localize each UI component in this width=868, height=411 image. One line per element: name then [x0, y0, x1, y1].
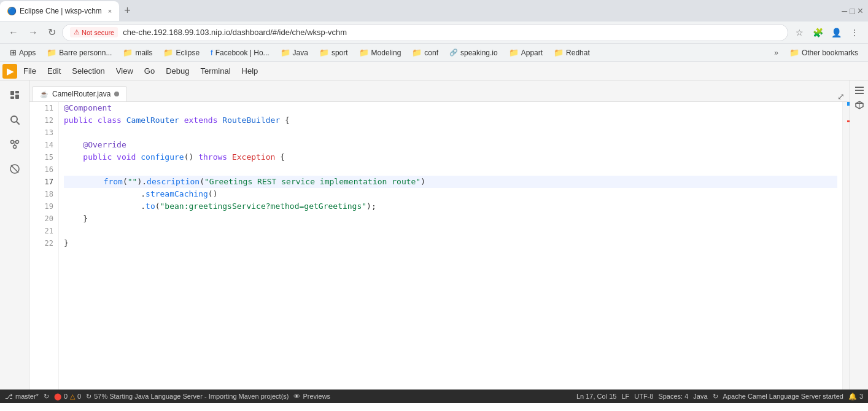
- warning-icon: ⚠: [74, 28, 80, 36]
- right-panel-list-icon[interactable]: [852, 83, 867, 98]
- bookmark-modeling-label: Modeling: [371, 49, 401, 57]
- facebook-icon: f: [211, 48, 213, 57]
- charset-label: UTF-8: [634, 393, 653, 400]
- editor-tab-camelrouter[interactable]: ☕ CamelRouter.java: [32, 86, 127, 101]
- minimap-scrollbar[interactable]: [842, 102, 850, 389]
- bookmark-redhat-label: Redhat: [566, 49, 590, 57]
- bookmark-mails-label: mails: [135, 49, 152, 57]
- git-branch[interactable]: ⎇ master*: [5, 393, 39, 401]
- code-editor[interactable]: @Component public class CamelRouter exte…: [59, 102, 842, 389]
- preview-label: Previews: [303, 393, 330, 400]
- line-col-indicator[interactable]: Ln 17, Col 15: [576, 393, 616, 400]
- bookmark-facebook[interactable]: f Facebook | Ho...: [206, 46, 274, 59]
- status-left: ⎇ master* ↻ ⬤ 0 △ 0 ↻ 57% Starting Java …: [5, 393, 569, 401]
- bookmark-speaking-label: speaking.io: [460, 49, 498, 57]
- menu-edit[interactable]: Edit: [42, 65, 66, 77]
- error-count[interactable]: ⬤ 0 △ 0: [54, 393, 81, 401]
- code-line-13: [64, 127, 837, 139]
- apps-grid-icon: ⊞: [10, 48, 17, 57]
- other-bookmarks-label: Other bookmarks: [802, 49, 858, 57]
- nav-icons: ☆ 🧩 👤 ⋮: [791, 24, 863, 41]
- menu-terminal[interactable]: Terminal: [195, 65, 235, 77]
- bookmark-conf-label: conf: [424, 49, 438, 57]
- status-bar: ⎇ master* ↻ ⬤ 0 △ 0 ↻ 57% Starting Java …: [0, 389, 868, 403]
- close-window-button[interactable]: ×: [858, 6, 863, 17]
- bookmark-barre[interactable]: 📁 Barre personn...: [42, 46, 117, 59]
- new-tab-button[interactable]: +: [119, 4, 136, 17]
- bookmark-appart[interactable]: 📁 Appart: [504, 46, 548, 59]
- security-label: Not secure: [82, 29, 114, 36]
- menu-file[interactable]: File: [18, 65, 41, 77]
- explorer-icon[interactable]: [5, 85, 25, 105]
- menu-debug[interactable]: Debug: [161, 65, 194, 77]
- folder-icon: 📁: [281, 48, 290, 57]
- bookmark-modeling[interactable]: 📁 Modeling: [354, 46, 406, 59]
- other-bookmarks[interactable]: 📁 Other bookmarks: [785, 46, 863, 59]
- code-line-17: from("").description("Greetings REST ser…: [64, 176, 837, 188]
- svg-point-6: [10, 141, 14, 144]
- bookmark-sport[interactable]: 📁 sport: [314, 46, 353, 59]
- ide-run-indicator[interactable]: ▶: [2, 64, 17, 79]
- svg-rect-14: [855, 90, 864, 91]
- folder-icon: 📁: [319, 48, 329, 57]
- profile-button[interactable]: 👤: [827, 24, 845, 41]
- extension-button[interactable]: 🧩: [809, 24, 826, 41]
- code-line-21: [64, 225, 837, 237]
- minimize-button[interactable]: –: [842, 6, 847, 17]
- menu-selection[interactable]: Selection: [67, 65, 109, 77]
- git-branch-label: master*: [15, 393, 39, 400]
- bookmark-apps[interactable]: ⊞ Apps: [5, 46, 41, 59]
- back-button[interactable]: ←: [5, 25, 22, 41]
- git-icon[interactable]: [5, 135, 25, 154]
- bookmark-sport-label: sport: [331, 49, 348, 57]
- right-panel-cube-icon[interactable]: [852, 98, 867, 112]
- warning-icon: △: [70, 393, 75, 401]
- refresh-button[interactable]: ↻: [44, 24, 60, 41]
- previews-status[interactable]: 👁 Previews: [293, 393, 330, 400]
- address-text: che-che.192.168.99.103.nip.io/dashboard/…: [123, 28, 347, 37]
- bookmark-conf[interactable]: 📁 conf: [407, 46, 443, 59]
- tab-filename: CamelRouter.java: [52, 90, 110, 98]
- bookmark-java[interactable]: 📁 Java: [276, 46, 313, 59]
- bookmark-eclipse[interactable]: 📁 Eclipse: [158, 46, 204, 59]
- notification-count[interactable]: 🔔 3: [848, 393, 863, 401]
- line-ending[interactable]: LF: [621, 393, 629, 400]
- charset-indicator[interactable]: UTF-8: [634, 393, 653, 400]
- navigation-bar: ← → ↻ ⚠ Not secure che-che.192.168.99.10…: [0, 22, 868, 44]
- svg-rect-15: [855, 93, 864, 94]
- folder-icon: 📁: [47, 48, 56, 57]
- security-badge: ⚠ Not secure: [70, 27, 118, 37]
- error-icon: ⬤: [54, 393, 61, 401]
- menu-go[interactable]: Go: [139, 65, 160, 77]
- bookmark-speaking[interactable]: 🔗 speaking.io: [444, 47, 503, 59]
- svg-point-8: [13, 146, 16, 149]
- menu-button[interactable]: ⋮: [846, 24, 863, 41]
- server-status: Apache Camel Language Server started: [723, 393, 843, 400]
- bookmark-redhat[interactable]: 📁 Redhat: [549, 46, 595, 59]
- editor-expand-button[interactable]: ⤢: [837, 92, 845, 101]
- language-indicator[interactable]: Java: [693, 393, 707, 400]
- search-icon[interactable]: [5, 110, 25, 130]
- no-plugin-icon[interactable]: [5, 159, 25, 179]
- svg-rect-1: [15, 91, 19, 93]
- tab-close-button[interactable]: ×: [108, 7, 112, 15]
- menu-view[interactable]: View: [111, 65, 138, 77]
- address-bar[interactable]: ⚠ Not secure che-che.192.168.99.103.nip.…: [62, 24, 788, 41]
- ide-main: ☕ CamelRouter.java ⤢ 11 12 13 14 15 16: [0, 80, 868, 389]
- sync-status[interactable]: ↻: [44, 393, 49, 401]
- line-ending-label: LF: [621, 393, 629, 400]
- spaces-indicator[interactable]: Spaces: 4: [658, 393, 688, 400]
- forward-button[interactable]: →: [25, 25, 42, 41]
- code-line-12: public class CamelRouter extends RouteBu…: [64, 114, 837, 127]
- bookmark-mails[interactable]: 📁 mails: [118, 46, 157, 59]
- bookmark-facebook-label: Facebook | Ho...: [215, 49, 269, 57]
- menu-help[interactable]: Help: [237, 65, 263, 77]
- active-tab[interactable]: 🔵 Eclipse Che | wksp-vchm ×: [0, 1, 119, 21]
- scroll-marker-red: [847, 120, 850, 122]
- folder-icon: 📁: [359, 48, 369, 57]
- more-bookmarks-button[interactable]: »: [769, 47, 783, 59]
- star-button[interactable]: ☆: [791, 24, 808, 41]
- link-icon: 🔗: [449, 49, 458, 57]
- restore-button[interactable]: □: [850, 6, 854, 16]
- editor-content[interactable]: 11 12 13 14 15 16 17 18 19 20 21 22: [29, 102, 850, 389]
